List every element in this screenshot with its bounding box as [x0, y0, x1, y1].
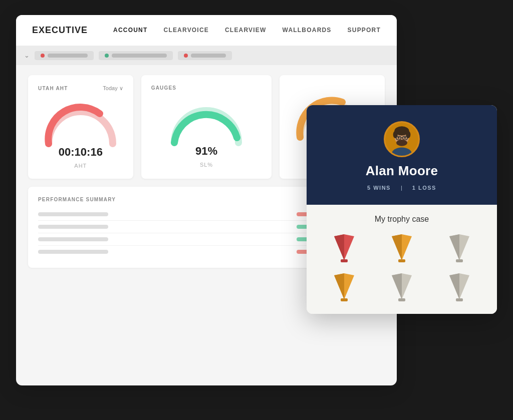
tab-dot-green [105, 54, 109, 58]
trophy-item-6 [443, 272, 475, 304]
nav-item-account[interactable]: ACCOUNT [113, 27, 147, 34]
trophy-book-grey-1 [447, 234, 472, 263]
profile-name: Alan Moore [366, 163, 438, 179]
tab-text-3 [191, 54, 226, 58]
nav-item-clearvoice[interactable]: CLEARVOICE [164, 27, 209, 34]
widget-gauges: GAUGES 91% SL% [141, 75, 272, 179]
nav-item-wallboards[interactable]: WALLBOARDS [283, 27, 332, 34]
profile-header: Alan Moore 5 WINS | 1 LOSS [307, 105, 497, 205]
trophy-section: My trophy case [307, 205, 497, 314]
trophy-item-1 [328, 233, 360, 265]
perf-label-2 [38, 225, 108, 229]
svg-point-9 [404, 137, 406, 139]
nav-item-support[interactable]: SUPPORT [348, 27, 381, 34]
profile-wins: 5 WINS [367, 185, 391, 191]
nav-item-clearview[interactable]: CLEARVIEW [225, 27, 267, 34]
chevron-down-icon[interactable]: ⌄ [24, 52, 30, 59]
trophy-item-2 [386, 233, 418, 265]
profile-divider: | [401, 185, 402, 191]
perf-label-4 [38, 250, 108, 254]
nav: ACCOUNT CLEARVOICE CLEARVIEW WALLBOARDS … [113, 27, 381, 34]
tab-text-2 [112, 54, 167, 58]
avatar [384, 121, 420, 157]
sl-label: SL% [200, 162, 213, 168]
gauge-sl-container: 91% SL% [151, 99, 262, 168]
gauge-sl-svg [166, 99, 246, 149]
svg-point-10 [396, 139, 407, 146]
widget-aht-header: UTAH AHT Today ∨ [38, 85, 123, 92]
tab-bar: ⌄ [16, 46, 397, 65]
aht-label: AHT [74, 163, 87, 169]
perf-label-3 [38, 237, 108, 241]
svg-point-8 [398, 137, 400, 139]
perf-label-1 [38, 212, 108, 216]
svg-rect-13 [398, 259, 405, 262]
tab-dot-red-2 [184, 54, 188, 58]
svg-point-4 [406, 131, 410, 138]
trophy-book-orange-1 [389, 234, 414, 263]
tab-2[interactable] [99, 51, 173, 60]
logo: EXECUTIVE [32, 25, 88, 36]
widget-gauges-header: GAUGES [151, 85, 262, 91]
widget-aht: UTAH AHT Today ∨ 00:10:16 AHT [28, 75, 133, 179]
profile-card: Alan Moore 5 WINS | 1 LOSS My trophy cas… [307, 105, 497, 314]
profile-stats: 5 WINS | 1 LOSS [367, 185, 436, 191]
trophy-book-grey-3 [447, 273, 472, 302]
widget-gauges-title: GAUGES [151, 85, 177, 91]
trophy-book-grey-2 [389, 273, 414, 302]
trophy-book-orange-2 [332, 273, 357, 302]
aht-value: 00:10:16 [59, 146, 103, 159]
svg-rect-16 [398, 298, 405, 301]
svg-rect-15 [341, 298, 348, 301]
widget-aht-title: UTAH AHT [38, 86, 68, 91]
trophy-item-5 [386, 272, 418, 304]
svg-rect-14 [456, 259, 463, 262]
trophy-book-red [332, 234, 357, 263]
sl-value: 91% [195, 145, 217, 158]
header: EXECUTIVE ACCOUNT CLEARVOICE CLEARVIEW W… [16, 15, 397, 46]
tab-text-1 [48, 54, 88, 58]
svg-rect-12 [341, 259, 348, 262]
avatar-svg [385, 121, 418, 157]
trophy-item-3 [443, 233, 475, 265]
profile-loss: 1 LOSS [412, 185, 436, 191]
svg-point-3 [393, 131, 398, 138]
widget-aht-filter[interactable]: Today ∨ [103, 85, 123, 92]
svg-rect-17 [456, 298, 463, 301]
trophy-title: My trophy case [319, 215, 485, 224]
gauge-aht-container: 00:10:16 AHT [38, 100, 123, 169]
trophy-grid [319, 233, 485, 304]
gauge-aht-svg [41, 100, 121, 150]
tab-1[interactable] [35, 51, 94, 60]
tab-dot-red [41, 54, 45, 58]
trophy-item-4 [328, 272, 360, 304]
tab-3[interactable] [178, 51, 232, 60]
scene: EXECUTIVE ACCOUNT CLEARVOICE CLEARVIEW W… [16, 15, 497, 405]
